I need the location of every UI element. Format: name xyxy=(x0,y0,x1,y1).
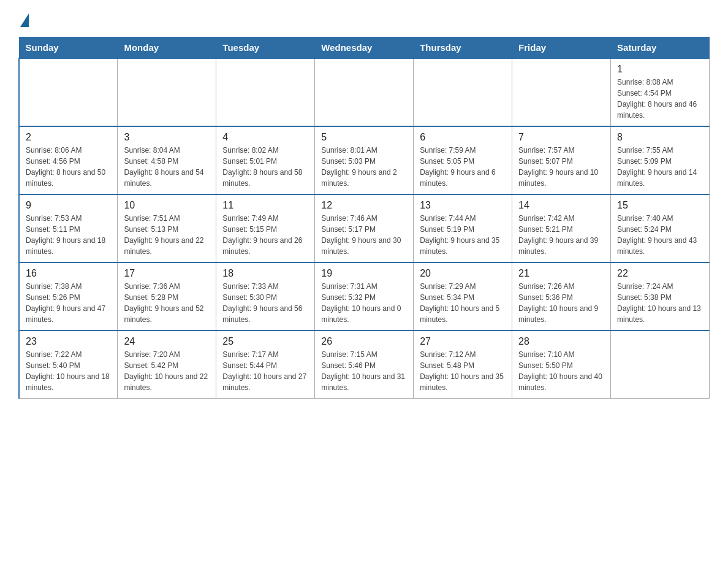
calendar-cell: 8Sunrise: 7:55 AMSunset: 5:09 PMDaylight… xyxy=(611,126,710,194)
day-info: Sunrise: 7:31 AMSunset: 5:32 PMDaylight:… xyxy=(321,281,407,325)
day-info: Sunrise: 7:22 AMSunset: 5:40 PMDaylight:… xyxy=(26,349,111,393)
calendar-week-row: 23Sunrise: 7:22 AMSunset: 5:40 PMDayligh… xyxy=(19,331,710,399)
day-info: Sunrise: 7:24 AMSunset: 5:38 PMDaylight:… xyxy=(617,281,703,325)
day-info: Sunrise: 7:51 AMSunset: 5:13 PMDaylight:… xyxy=(124,213,210,257)
day-number: 3 xyxy=(124,132,210,143)
calendar-cell: 7Sunrise: 7:57 AMSunset: 5:07 PMDaylight… xyxy=(512,126,611,194)
day-number: 15 xyxy=(617,200,703,211)
day-number: 14 xyxy=(518,200,604,211)
day-number: 24 xyxy=(124,336,210,347)
day-info: Sunrise: 7:53 AMSunset: 5:11 PMDaylight:… xyxy=(26,213,111,257)
day-number: 1 xyxy=(617,64,703,75)
day-number: 26 xyxy=(321,336,407,347)
day-info: Sunrise: 8:01 AMSunset: 5:03 PMDaylight:… xyxy=(321,145,407,189)
calendar-cell: 27Sunrise: 7:12 AMSunset: 5:48 PMDayligh… xyxy=(414,331,512,399)
day-number: 27 xyxy=(420,336,506,347)
calendar-table: SundayMondayTuesdayWednesdayThursdayFrid… xyxy=(18,37,710,399)
calendar-cell xyxy=(315,58,414,126)
day-number: 28 xyxy=(518,336,604,347)
day-of-week-header: Wednesday xyxy=(315,37,414,59)
day-number: 9 xyxy=(26,200,111,211)
day-number: 8 xyxy=(617,132,703,143)
day-of-week-header: Sunday xyxy=(19,37,118,59)
day-info: Sunrise: 7:10 AMSunset: 5:50 PMDaylight:… xyxy=(518,349,604,393)
day-number: 20 xyxy=(420,268,506,279)
day-info: Sunrise: 7:33 AMSunset: 5:30 PMDaylight:… xyxy=(222,281,308,325)
calendar-cell: 13Sunrise: 7:44 AMSunset: 5:19 PMDayligh… xyxy=(414,194,512,262)
calendar-cell: 18Sunrise: 7:33 AMSunset: 5:30 PMDayligh… xyxy=(216,262,315,331)
calendar-cell: 28Sunrise: 7:10 AMSunset: 5:50 PMDayligh… xyxy=(512,331,611,399)
calendar-cell: 11Sunrise: 7:49 AMSunset: 5:15 PMDayligh… xyxy=(216,194,315,262)
calendar-cell: 10Sunrise: 7:51 AMSunset: 5:13 PMDayligh… xyxy=(118,194,216,262)
day-number: 12 xyxy=(321,200,407,211)
calendar-cell: 21Sunrise: 7:26 AMSunset: 5:36 PMDayligh… xyxy=(512,262,611,331)
day-number: 22 xyxy=(617,268,703,279)
day-info: Sunrise: 7:15 AMSunset: 5:46 PMDaylight:… xyxy=(321,349,407,393)
calendar-cell: 25Sunrise: 7:17 AMSunset: 5:44 PMDayligh… xyxy=(216,331,315,399)
day-number: 4 xyxy=(222,132,308,143)
day-number: 17 xyxy=(124,268,210,279)
day-info: Sunrise: 7:42 AMSunset: 5:21 PMDaylight:… xyxy=(518,213,604,257)
calendar-cell: 3Sunrise: 8:04 AMSunset: 4:58 PMDaylight… xyxy=(118,126,216,194)
calendar-cell: 9Sunrise: 7:53 AMSunset: 5:11 PMDaylight… xyxy=(19,194,118,262)
day-info: Sunrise: 8:02 AMSunset: 5:01 PMDaylight:… xyxy=(222,145,308,189)
day-of-week-header: Saturday xyxy=(611,37,710,59)
day-number: 7 xyxy=(518,132,604,143)
calendar-cell: 12Sunrise: 7:46 AMSunset: 5:17 PMDayligh… xyxy=(315,194,414,262)
day-info: Sunrise: 7:36 AMSunset: 5:28 PMDaylight:… xyxy=(124,281,210,325)
day-number: 6 xyxy=(420,132,506,143)
calendar-cell: 14Sunrise: 7:42 AMSunset: 5:21 PMDayligh… xyxy=(512,194,611,262)
calendar-cell: 15Sunrise: 7:40 AMSunset: 5:24 PMDayligh… xyxy=(611,194,710,262)
day-number: 25 xyxy=(222,336,308,347)
day-info: Sunrise: 7:57 AMSunset: 5:07 PMDaylight:… xyxy=(518,145,604,189)
day-info: Sunrise: 8:08 AMSunset: 4:54 PMDaylight:… xyxy=(617,77,703,121)
calendar-cell xyxy=(19,58,118,126)
calendar-cell: 23Sunrise: 7:22 AMSunset: 5:40 PMDayligh… xyxy=(19,331,118,399)
day-number: 21 xyxy=(518,268,604,279)
calendar-cell: 17Sunrise: 7:36 AMSunset: 5:28 PMDayligh… xyxy=(118,262,216,331)
calendar-week-row: 2Sunrise: 8:06 AMSunset: 4:56 PMDaylight… xyxy=(19,126,710,194)
calendar-cell: 4Sunrise: 8:02 AMSunset: 5:01 PMDaylight… xyxy=(216,126,315,194)
calendar-cell: 24Sunrise: 7:20 AMSunset: 5:42 PMDayligh… xyxy=(118,331,216,399)
calendar-cell: 26Sunrise: 7:15 AMSunset: 5:46 PMDayligh… xyxy=(315,331,414,399)
calendar-cell xyxy=(414,58,512,126)
logo-triangle-icon xyxy=(20,13,29,27)
day-number: 18 xyxy=(222,268,308,279)
day-info: Sunrise: 7:44 AMSunset: 5:19 PMDaylight:… xyxy=(420,213,506,257)
calendar-cell: 1Sunrise: 8:08 AMSunset: 4:54 PMDaylight… xyxy=(611,58,710,126)
calendar-cell xyxy=(216,58,315,126)
day-number: 16 xyxy=(26,268,111,279)
day-info: Sunrise: 7:46 AMSunset: 5:17 PMDaylight:… xyxy=(321,213,407,257)
calendar-cell xyxy=(512,58,611,126)
day-number: 11 xyxy=(222,200,308,211)
day-info: Sunrise: 7:49 AMSunset: 5:15 PMDaylight:… xyxy=(222,213,308,257)
calendar-cell: 5Sunrise: 8:01 AMSunset: 5:03 PMDaylight… xyxy=(315,126,414,194)
calendar-week-row: 9Sunrise: 7:53 AMSunset: 5:11 PMDaylight… xyxy=(19,194,710,262)
calendar-cell xyxy=(118,58,216,126)
calendar-cell: 6Sunrise: 7:59 AMSunset: 5:05 PMDaylight… xyxy=(414,126,512,194)
calendar-cell: 19Sunrise: 7:31 AMSunset: 5:32 PMDayligh… xyxy=(315,262,414,331)
day-number: 19 xyxy=(321,268,407,279)
day-info: Sunrise: 7:29 AMSunset: 5:34 PMDaylight:… xyxy=(420,281,506,325)
day-info: Sunrise: 7:17 AMSunset: 5:44 PMDaylight:… xyxy=(222,349,308,393)
day-of-week-header: Friday xyxy=(512,37,611,59)
day-info: Sunrise: 7:40 AMSunset: 5:24 PMDaylight:… xyxy=(617,213,703,257)
calendar-week-row: 1Sunrise: 8:08 AMSunset: 4:54 PMDaylight… xyxy=(19,58,710,126)
day-info: Sunrise: 7:59 AMSunset: 5:05 PMDaylight:… xyxy=(420,145,506,189)
page-header xyxy=(18,12,710,25)
calendar-cell: 2Sunrise: 8:06 AMSunset: 4:56 PMDaylight… xyxy=(19,126,118,194)
day-info: Sunrise: 8:06 AMSunset: 4:56 PMDaylight:… xyxy=(26,145,111,189)
day-of-week-header: Tuesday xyxy=(216,37,315,59)
day-of-week-header: Monday xyxy=(118,37,216,59)
day-info: Sunrise: 7:20 AMSunset: 5:42 PMDaylight:… xyxy=(124,349,210,393)
day-info: Sunrise: 7:38 AMSunset: 5:26 PMDaylight:… xyxy=(26,281,111,325)
day-info: Sunrise: 7:26 AMSunset: 5:36 PMDaylight:… xyxy=(518,281,604,325)
day-info: Sunrise: 7:55 AMSunset: 5:09 PMDaylight:… xyxy=(617,145,703,189)
calendar-week-row: 16Sunrise: 7:38 AMSunset: 5:26 PMDayligh… xyxy=(19,262,710,331)
day-of-week-header: Thursday xyxy=(414,37,512,59)
logo xyxy=(18,12,29,25)
day-number: 23 xyxy=(26,336,111,347)
day-info: Sunrise: 7:12 AMSunset: 5:48 PMDaylight:… xyxy=(420,349,506,393)
calendar-cell: 20Sunrise: 7:29 AMSunset: 5:34 PMDayligh… xyxy=(414,262,512,331)
calendar-cell xyxy=(611,331,710,399)
